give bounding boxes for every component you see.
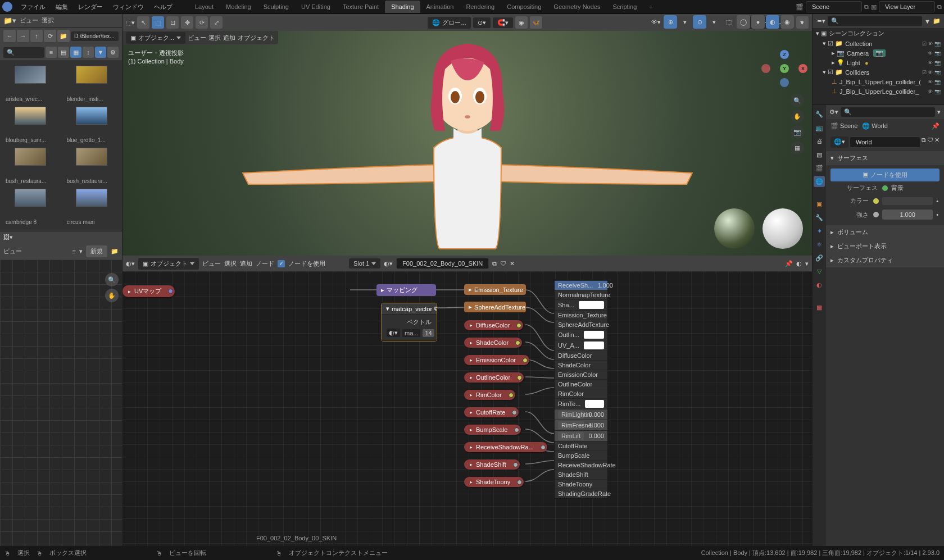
prop-world-icon[interactable]: 🌐 [814,176,825,187]
node-emissioncolor[interactable]: ▸EmissionColor [464,355,529,365]
img-dropdown[interactable]: ▾ [79,248,83,255]
tab-animation[interactable]: Animation [420,1,460,13]
file-item[interactable]: aristea_wrec... [6,66,55,102]
use-nodes-checkbox[interactable]: ✓ [278,260,285,267]
tab-add[interactable]: + [643,1,659,13]
mirror-x[interactable]: 🦋 [530,16,542,29]
node-mapping[interactable]: ▸マッピング [376,284,436,296]
fb-search[interactable]: 🔍 [3,47,44,58]
file-item[interactable]: circus maxi [67,189,116,225]
node-matcap-vector[interactable]: ▾matcap_vector⧉ ベクトル ◐▾ma...14◯ [381,303,437,342]
nav-up-button[interactable]: ↑ [30,30,43,42]
nav-refresh-button[interactable]: ⟳ [44,30,56,42]
shader-output-node[interactable]: ReceiveSh...1.000 NormalmapTexture Sha..… [554,280,608,499]
xray-toggle[interactable]: ⬚ [722,15,736,29]
tab-texture-paint[interactable]: Texture Paint [337,1,385,13]
tab-geometry-nodes[interactable]: Geometry Nodes [547,1,606,13]
menu-window[interactable]: ウィンドウ [108,3,149,11]
cursor-tool[interactable]: ↖ [137,16,149,29]
custom-panel-header[interactable]: ▸カスタムプロパティ [826,253,944,267]
view-grid-button[interactable]: ▦ [70,47,81,58]
mat-fake-icon[interactable]: 🛡 [500,260,506,267]
view-cols-button[interactable]: ▤ [58,47,69,58]
node-outlinecolor[interactable]: ▸OutlineColor [464,372,524,383]
zoom-button[interactable]: 🔍 [105,273,119,286]
zoom-gizmo[interactable]: 🔍 [791,94,804,107]
prop-constraint-icon[interactable]: 🔗 [814,252,825,263]
move-tool[interactable]: ✥ [181,16,193,29]
folder-icon[interactable]: 📁▾ [3,16,16,25]
path-field[interactable]: D:\Blender\tex... [71,31,119,41]
prop-modifier-icon[interactable]: 🔧 [814,212,825,223]
nav-newdir-button[interactable]: 📁 [57,30,70,42]
node-uvmap[interactable]: ▸UVマップ [122,285,175,297]
ne-view-menu[interactable]: ビュー [202,259,221,268]
open-image-button[interactable]: 📁 [111,248,119,255]
filter-icon[interactable]: ▼ [924,18,931,25]
file-item[interactable]: bush_restaura... [6,148,55,184]
volume-panel-header[interactable]: ▸ボリューム [826,225,944,239]
mat-unlink-icon[interactable]: ✕ [510,260,515,267]
sort-button[interactable]: ↕ [83,47,94,58]
scale-tool[interactable]: ⤢ [210,16,223,29]
material-preview[interactable] [763,208,803,249]
editor-type-button[interactable]: ⬚▾ [126,19,135,26]
file-item[interactable]: cambridge 8 [6,189,55,225]
persp-gizmo[interactable]: ▦ [791,141,804,154]
ne-mode-selector[interactable]: ▣ オブジェクト [138,258,199,270]
browse-layer-icon[interactable]: ⧉ [937,3,942,11]
vp-add-menu[interactable]: 追加 [223,34,235,42]
shade-matprev[interactable]: ◐ [766,15,779,29]
world-name-field[interactable]: World [850,136,920,148]
menu-render[interactable]: レンダー [73,3,108,11]
menu-file[interactable]: ファイル [16,3,51,11]
node-bumpscale[interactable]: ▸BumpScale [464,425,521,435]
orientation-gizmo[interactable]: Y Z X [765,49,804,88]
rotate-tool[interactable]: ⟳ [196,16,208,29]
node-shadeshift[interactable]: ▸ShadeShift [464,459,520,470]
prop-scene-icon[interactable]: 🎬 [814,162,825,174]
world-tab-button[interactable]: 🌐 World [862,122,888,130]
vp-select-menu[interactable]: 選択 [208,34,221,42]
tab-modeling[interactable]: Modeling [220,1,257,13]
props-search[interactable]: 🔍 [841,107,935,117]
file-item[interactable]: blender_insti... [67,66,116,102]
outliner-bone1[interactable]: ⊥J_Bip_L_UpperLeg_collider_(👁 📷 [813,77,944,86]
tab-scripting[interactable]: Scripting [606,1,643,13]
node-emission-texture[interactable]: ▸Emission_Texture [464,284,526,295]
scene-tab-button[interactable]: 🎬 Scene [830,122,857,130]
node-receiveshadow[interactable]: ▸ReceiveShadowRa... [464,442,547,452]
ne-add-menu[interactable]: 追加 [240,259,252,268]
gizmo-toggle[interactable]: ⊕ [664,15,677,29]
scene-selector[interactable]: Scene [806,1,862,12]
pin-props-icon[interactable]: 📌 [932,122,940,130]
prop-particle-icon[interactable]: ✦ [814,225,825,236]
prop-texture-icon[interactable]: ▩ [814,302,825,313]
mat-copy-icon[interactable]: ⧉ [492,260,497,267]
select-box-tool[interactable]: ⬚ [152,16,164,29]
pin-icon[interactable]: 📌 [785,260,793,267]
tab-uv-editing[interactable]: UV Editing [295,1,337,13]
vp-object-menu[interactable]: オブジェクト [238,34,275,42]
view-dropdown[interactable]: 👁▾ [649,15,662,29]
filter-button[interactable]: ▼ [95,47,106,58]
props-type-icon[interactable]: ⚙▾ [829,108,838,116]
mode-selector[interactable]: ▣ オブジェク... [126,32,185,44]
viewport-panel-header[interactable]: ▸ビューポート表示 [826,239,944,253]
settings-button[interactable]: ⚙ [107,47,119,58]
tab-shading[interactable]: Shading [385,1,420,13]
shade-rendered[interactable]: ◉ [780,15,794,29]
tab-rendering[interactable]: Rendering [460,1,501,13]
world-browse-icon[interactable]: 🌐▾ [830,136,848,148]
ne-overlay-icon[interactable]: ◐ [796,260,802,267]
gizmo-dropdown[interactable]: ▾ [678,15,692,29]
file-item[interactable]: blouberg_sunr... [6,107,55,143]
menu-edit[interactable]: 編集 [51,3,73,11]
pan-button[interactable]: ✋ [105,289,119,302]
shade-solid[interactable]: ● [751,15,765,29]
prop-material-icon[interactable]: ◐ [814,279,825,290]
world-unlink-icon[interactable]: ✕ [934,136,940,148]
prop-tool-icon[interactable]: 🔧 [814,108,825,120]
tab-layout[interactable]: Layout [189,1,220,13]
tab-sculpting[interactable]: Sculpting [257,1,295,13]
